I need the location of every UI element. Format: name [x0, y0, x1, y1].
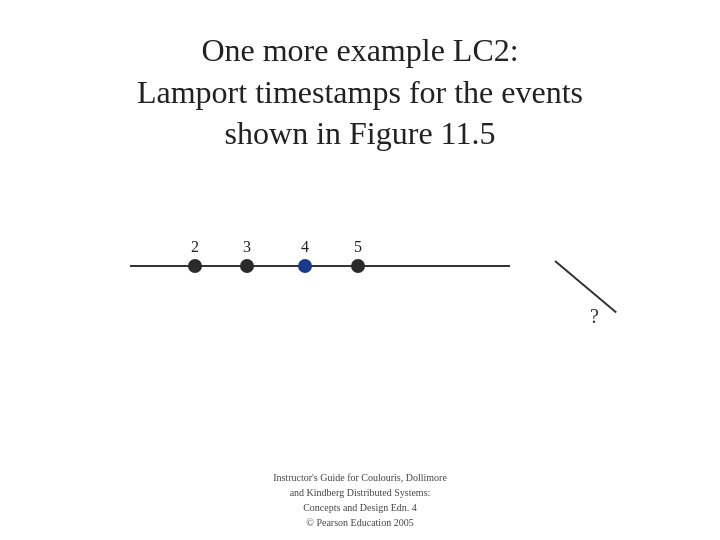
- footer-line3: Concepts and Design Edn. 4: [273, 500, 447, 515]
- dot-label-3: 4: [301, 238, 309, 256]
- dot-3: [298, 259, 312, 273]
- dot-4: [351, 259, 365, 273]
- dot-2: [240, 259, 254, 273]
- footer-line4: © Pearson Education 2005: [273, 515, 447, 530]
- dot-label-2: 3: [243, 238, 251, 256]
- dot-label-1: 2: [191, 238, 199, 256]
- footer-line1: Instructor's Guide for Coulouris, Dollim…: [273, 470, 447, 485]
- dot-1: [188, 259, 202, 273]
- footer-line2: and Kindberg Distributed Systems:: [273, 485, 447, 500]
- title-area: One more example LC2: Lamport timestamps…: [77, 30, 643, 155]
- slide-title: One more example LC2: Lamport timestamps…: [137, 30, 583, 155]
- timeline-line: [130, 265, 510, 267]
- question-mark: ?: [590, 305, 599, 328]
- slide: One more example LC2: Lamport timestamps…: [0, 0, 720, 540]
- footer: Instructor's Guide for Coulouris, Dollim…: [273, 470, 447, 530]
- arrow-line: [554, 260, 617, 313]
- dot-label-4: 5: [354, 238, 362, 256]
